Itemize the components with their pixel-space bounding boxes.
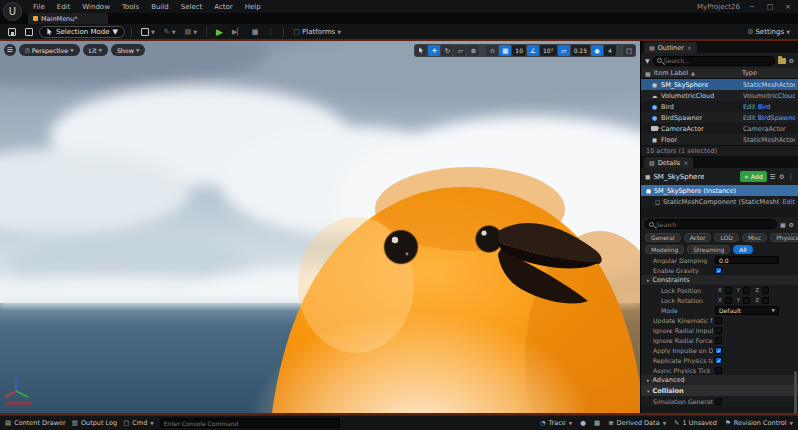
tab-actor[interactable]: Actor	[684, 233, 712, 242]
camera-mode-dropdown[interactable]: ◳Perspective▼	[19, 44, 80, 56]
selection-mode-dropdown[interactable]: Selection Mode ▼	[39, 26, 125, 38]
scale-tool-button[interactable]: ▱	[454, 45, 466, 56]
scale-snap-value[interactable]: 0.25	[571, 45, 590, 56]
section-advanced[interactable]: ▸ Advanced	[641, 375, 798, 385]
camera-speed-value[interactable]: 4	[604, 45, 616, 56]
menu-edit[interactable]: Edit	[52, 2, 76, 12]
close-tab-icon[interactable]: ×	[687, 44, 692, 51]
rotate-tool-button[interactable]: ↻	[441, 45, 453, 56]
mode-dropdown[interactable]: Default▼	[715, 306, 779, 315]
derived-data-dropdown[interactable]: ≣ Derived Data ▼	[608, 419, 666, 427]
close-tab-icon[interactable]: ×	[683, 159, 688, 166]
world-local-toggle[interactable]: ⊕	[467, 45, 479, 56]
edit-component-link[interactable]: Edit	[782, 198, 795, 206]
menu-select[interactable]: Select	[176, 2, 208, 12]
details-gear-icon[interactable]: ⚙	[779, 173, 785, 181]
platforms-dropdown[interactable]: ▢Platforms▼	[290, 26, 344, 38]
instance-row[interactable]: ◼ SM_SkySphere (Instance)	[641, 185, 798, 196]
lock-position-z-checkbox[interactable]	[762, 287, 769, 294]
grid-snap-value[interactable]: 10	[512, 45, 526, 56]
edit-blueprint-link[interactable]: Edit BirdSpawner	[743, 114, 795, 122]
rotation-snap-value[interactable]: 10°	[540, 45, 557, 56]
tab-misc[interactable]: Misc	[742, 233, 767, 242]
tab-general[interactable]: General	[645, 233, 681, 242]
cmd-dropdown[interactable]: ▢ Cmd ▼	[123, 419, 154, 427]
viewport-options-button[interactable]: ☰	[4, 44, 16, 56]
enable-gravity-checkbox[interactable]	[715, 267, 722, 274]
ignore-radial-force-checkbox[interactable]	[715, 337, 722, 344]
frame-skip-button[interactable]: ▶▏	[229, 26, 246, 38]
details-search[interactable]	[645, 219, 777, 229]
panel-options-icon[interactable]: ⋮	[788, 173, 795, 181]
unsaved-status-button[interactable]: ✎ 1 Unsaved	[674, 419, 717, 427]
blueprints-button[interactable]: ✎▼	[161, 26, 179, 38]
list-icon[interactable]: ☰	[770, 173, 776, 181]
ignore-radial-impulse-checkbox[interactable]	[715, 327, 722, 334]
outliner-row-birdspawner[interactable]: ● BirdSpawner Edit BirdSpawner	[641, 112, 798, 123]
grid-snap-toggle[interactable]: ▦	[499, 45, 511, 56]
outliner-search-input[interactable]	[664, 57, 771, 64]
rotation-snap-toggle[interactable]: ∠	[527, 45, 539, 56]
console-command-input[interactable]	[164, 420, 336, 427]
surface-snap-toggle[interactable]: ∩	[486, 45, 498, 56]
menu-build[interactable]: Build	[146, 2, 174, 12]
details-search-input[interactable]	[656, 221, 773, 228]
scale-snap-toggle[interactable]: ▱	[558, 45, 570, 56]
category-collision[interactable]: ▾ Collision	[641, 385, 798, 396]
move-tool-button[interactable]: ✛	[428, 45, 440, 56]
tab-all[interactable]: All	[733, 245, 752, 254]
menu-tools[interactable]: Tools	[117, 2, 144, 12]
apply-impulse-checkbox[interactable]	[715, 347, 722, 354]
fps-indicator-icon[interactable]: ●	[580, 419, 586, 427]
level-viewport[interactable]: ☰ ◳Perspective▼ Lit▼ Show▼ ✛ ↻ ▱ ⊕ ∩ ▦ 1…	[0, 41, 640, 413]
tab-lod[interactable]: LOD	[714, 233, 738, 242]
revision-control-dropdown[interactable]: ⚑ Revision Control ▼	[725, 419, 793, 427]
outliner-row-volumetriccloud[interactable]: ☁ VolumetricCloud VolumetricCloud	[641, 90, 798, 101]
show-flags-dropdown[interactable]: Show▼	[111, 44, 145, 56]
tab-modeling[interactable]: Modeling	[645, 245, 684, 254]
replicate-physics-checkbox[interactable]	[715, 357, 722, 364]
menu-file[interactable]: File	[28, 2, 50, 12]
filter-icon[interactable]: ▼	[645, 57, 650, 64]
lock-rotation-z-checkbox[interactable]	[762, 297, 769, 304]
simulation-generates-checkbox[interactable]	[715, 398, 722, 405]
trace-dropdown[interactable]: ◔ Trace ▼	[540, 419, 572, 427]
console-command-input-wrap[interactable]	[160, 418, 340, 428]
lock-rotation-x-checkbox[interactable]	[725, 297, 732, 304]
memory-indicator-icon[interactable]: ▦	[594, 419, 600, 427]
unreal-engine-logo-icon[interactable]: U	[3, 2, 22, 21]
maximize-button[interactable]: □	[764, 3, 776, 11]
outliner-row-cameraactor[interactable]: CameraActor CameraActor	[641, 123, 798, 134]
maximize-viewport-button[interactable]: □	[623, 45, 635, 56]
details-tab[interactable]: ▧ Details ×	[644, 157, 693, 168]
outliner-column-header[interactable]: ▦ Item Label ▲ Type	[641, 68, 798, 79]
add-actor-button[interactable]: ▼	[138, 26, 158, 38]
stop-button[interactable]: ■	[249, 26, 262, 38]
minimize-button[interactable]: ─	[746, 3, 758, 11]
update-kinematic-checkbox[interactable]	[715, 317, 722, 324]
details-settings-icon[interactable]: ⚙	[789, 221, 794, 228]
play-button[interactable]: ▶	[213, 26, 226, 38]
tab-physics[interactable]: Physics	[770, 233, 798, 242]
select-tool-button[interactable]	[415, 45, 427, 56]
tab-streaming[interactable]: Streaming	[687, 245, 730, 254]
new-folder-icon[interactable]	[778, 58, 786, 64]
close-button[interactable]: ×	[782, 3, 794, 11]
lock-position-x-checkbox[interactable]	[725, 287, 732, 294]
save-button[interactable]	[5, 26, 19, 38]
menu-actor[interactable]: Actor	[209, 2, 237, 12]
outliner-row-floor[interactable]: ◼ Floor StaticMeshActor	[641, 134, 798, 145]
level-tab[interactable]: MainMenu*	[28, 13, 108, 24]
content-drawer-button[interactable]: ▤ Content Drawer	[5, 419, 66, 427]
editor-modes-button[interactable]	[22, 26, 36, 38]
angular-damping-field[interactable]: 0.0	[715, 256, 779, 264]
camera-speed-button[interactable]: ◉	[591, 45, 603, 56]
section-constraints[interactable]: ▸ Constraints	[641, 275, 798, 285]
menu-window[interactable]: Window	[77, 2, 115, 12]
lock-rotation-y-checkbox[interactable]	[743, 297, 750, 304]
outliner-settings-icon[interactable]: ⚙	[789, 57, 794, 64]
output-log-button[interactable]: ▥ Output Log	[72, 419, 117, 427]
settings-dropdown[interactable]: ⚙Settings▼	[744, 26, 793, 38]
outliner-tab[interactable]: ▤ Outliner ×	[644, 42, 697, 53]
cinematics-button[interactable]: ▤▼	[182, 26, 200, 38]
